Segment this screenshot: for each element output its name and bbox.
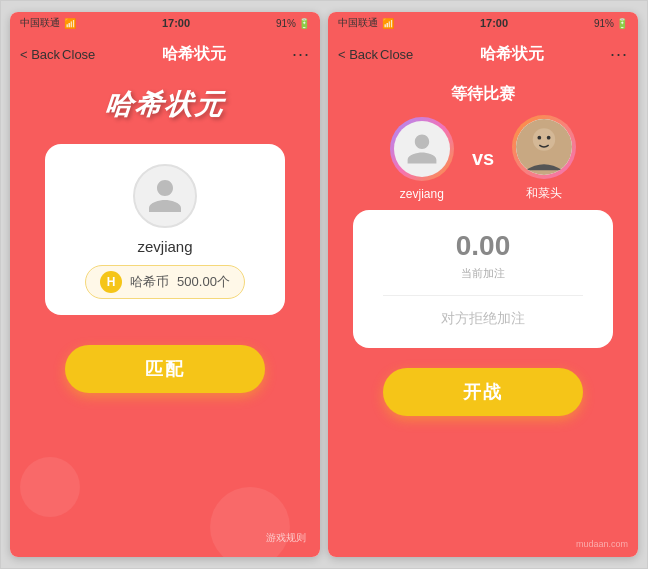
back-btn-1[interactable]: < Back <box>20 47 60 62</box>
player2-avatar <box>512 115 576 179</box>
status-right-2: 91% 🔋 <box>594 18 628 29</box>
coin-label-1: 哈希币 <box>130 273 169 291</box>
time-2: 17:00 <box>480 17 508 29</box>
divider <box>383 295 583 296</box>
coin-row-1: H 哈希币 500.00个 <box>85 265 245 299</box>
phone-2: 中国联通 📶 17:00 91% 🔋 < Back Close 哈希状元 ···… <box>328 12 638 557</box>
battery-icon-1: 🔋 <box>298 18 310 29</box>
vs-text: vs <box>472 147 494 170</box>
user-icon-1 <box>145 176 185 216</box>
status-left-1: 中国联通 📶 <box>20 16 76 30</box>
bet-label: 当前加注 <box>461 266 505 281</box>
user-icon-2 <box>404 131 440 167</box>
svg-point-2 <box>538 136 542 140</box>
match-btn-1[interactable]: 匹配 <box>65 345 265 393</box>
player2-col: 和菜头 <box>512 115 576 202</box>
player1-name: zevjiang <box>400 187 444 201</box>
back-close-2[interactable]: < Back Close <box>338 47 413 62</box>
nav-bar-1: < Back Close 哈希状元 ··· <box>10 34 320 74</box>
battle-card: 0.00 当前加注 对方拒绝加注 <box>353 210 613 348</box>
avatar-1 <box>133 164 197 228</box>
back-close-1[interactable]: < Back Close <box>20 47 95 62</box>
svg-point-3 <box>547 136 551 140</box>
game-rules-1[interactable]: 游戏规则 <box>266 531 306 545</box>
time-1: 17:00 <box>162 17 190 29</box>
nav-title-1: 哈希状元 <box>162 44 226 65</box>
more-btn-2[interactable]: ··· <box>610 44 628 65</box>
watermark: mudaan.com <box>576 539 628 549</box>
game-title-1: 哈希状元 <box>103 86 226 124</box>
wifi-icon-2: 📶 <box>382 18 394 29</box>
profile-card-1: zevjiang H 哈希币 500.00个 <box>45 144 285 315</box>
player1-avatar <box>390 117 454 181</box>
coin-icon-1: H <box>100 271 122 293</box>
reject-text: 对方拒绝加注 <box>441 310 525 328</box>
coin-amount-1: 500.00个 <box>177 273 230 291</box>
phone2-body: 等待比赛 zevjiang vs <box>328 74 638 557</box>
carrier-1: 中国联通 <box>20 16 60 30</box>
status-bar-1: 中国联通 📶 17:00 91% 🔋 <box>10 12 320 34</box>
wait-text: 等待比赛 <box>451 84 515 105</box>
player2-avatar-inner <box>516 119 572 175</box>
status-right-1: 91% 🔋 <box>276 18 310 29</box>
bet-amount: 0.00 <box>456 230 511 262</box>
close-btn-1[interactable]: Close <box>62 47 95 62</box>
status-left-2: 中国联通 📶 <box>338 16 394 30</box>
back-btn-2[interactable]: < Back <box>338 47 378 62</box>
battery-1: 91% <box>276 18 296 29</box>
phone1-body: 哈希状元 zevjiang H 哈希币 500.00个 匹配 游戏规则 <box>10 74 320 557</box>
username-1: zevjiang <box>137 238 192 255</box>
nav-bar-2: < Back Close 哈希状元 ··· <box>328 34 638 74</box>
vs-row: zevjiang vs <box>328 115 638 202</box>
status-bar-2: 中国联通 📶 17:00 91% 🔋 <box>328 12 638 34</box>
player1-avatar-inner <box>394 121 450 177</box>
carrier-2: 中国联通 <box>338 16 378 30</box>
wifi-icon-1: 📶 <box>64 18 76 29</box>
player1-col: zevjiang <box>390 117 454 201</box>
battery-2: 91% <box>594 18 614 29</box>
nav-title-2: 哈希状元 <box>480 44 544 65</box>
more-btn-1[interactable]: ··· <box>292 44 310 65</box>
close-btn-2[interactable]: Close <box>380 47 413 62</box>
old-man-icon <box>516 119 572 175</box>
battery-icon-2: 🔋 <box>616 18 628 29</box>
start-btn[interactable]: 开战 <box>383 368 583 416</box>
phones-container: 中国联通 📶 17:00 91% 🔋 < Back Close 哈希状元 ···… <box>1 0 647 569</box>
phone-1: 中国联通 📶 17:00 91% 🔋 < Back Close 哈希状元 ···… <box>10 12 320 557</box>
player2-name: 和菜头 <box>526 185 562 202</box>
